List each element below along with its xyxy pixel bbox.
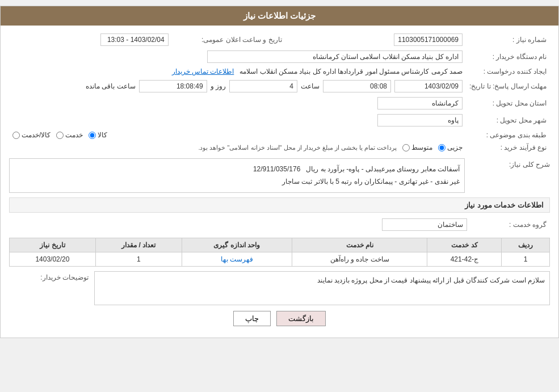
radio-motevaset[interactable] <box>402 144 410 151</box>
tarikhPasokh-box: 1403/02/09 <box>394 80 463 92</box>
radio-group-tabaqe: کالا/خدمت خدمت کالا <box>12 131 463 139</box>
cell-namKhadamat: ساخت جاده و راه‌آهن <box>292 252 427 267</box>
radio-jozi-label: جزیی <box>447 144 463 151</box>
page-wrapper: جزئیات اطلاعات نیاز شماره نیاز : 1103005… <box>0 6 559 338</box>
ijadKonande-value: صمد کرمی کارشناس مسئول امور قراردادها اد… <box>9 65 466 78</box>
farayand-container: متوسط جزیی پرداخت تمام یا بخشی از مبلغ خ… <box>12 144 463 151</box>
khadamat-section-title: اطلاعات خدمات مورد نیاز <box>9 197 550 213</box>
radio-khadamat[interactable] <box>56 132 64 139</box>
groupeKhadamat-value: ساختمان <box>9 216 470 233</box>
shomareNiaz-value: 1103005171000069 <box>302 31 466 48</box>
tosihKharidar-box: سلازم است شرکت کنندگان قبل از ارائه پیشن… <box>94 271 550 305</box>
saat-remaining-box: 18:08:49 <box>139 80 207 92</box>
cell-radif: 1 <box>502 252 550 267</box>
radio-khadamat-label: خدمت <box>65 131 83 139</box>
saat-label: ساعت <box>301 82 320 90</box>
page-title: جزئیات اطلاعات نیاز <box>243 11 316 20</box>
tarikhElan-value: 1403/02/04 - 13:03 <box>9 31 172 48</box>
radio-kala-item: کالا <box>89 131 107 139</box>
ijadKonande-label: ایجاد کننده درخواست : <box>466 65 550 78</box>
radio-motevaset-item: متوسط <box>402 144 432 151</box>
tabaqebandi-radios: کالا/خدمت خدمت کالا <box>9 129 466 141</box>
tarikhErsalPasokh-label: مهلت ارسال پاسخ: تا تاریخ: <box>466 78 550 95</box>
ijadKonande-text: صمد کرمی کارشناس مسئول امور قراردادها اد… <box>239 68 463 75</box>
saatPasokh-box: 08:08 <box>323 80 391 92</box>
rooz-box: 4 <box>229 80 297 92</box>
shomareNiaz-box: 1103005171000069 <box>394 33 463 46</box>
groupeKhadamat-label: گروه خدمت : <box>470 216 550 233</box>
sharhKoli-line2: غیر نقدی - غیر تهاتری - پیمانکاران راه ر… <box>282 178 460 186</box>
tamas-link[interactable]: اطلاعات تماس خریدار <box>172 68 234 75</box>
radio-jozi[interactable] <box>438 144 445 151</box>
radio-group-farayand: متوسط جزیی <box>402 144 463 151</box>
farayand-note: پرداخت تمام یا بخشی از مبلغ خریدار از مح… <box>198 144 397 151</box>
tabaqebandi-label: طبقه بندی موضوعی : <box>466 129 550 141</box>
radio-kalaKhadamat-item: کالا/خدمت <box>12 131 51 139</box>
col-kodKhadamat: کد خدمت <box>427 238 502 252</box>
cell-tarikh: 1403/02/20 <box>10 252 96 267</box>
page-header: جزئیات اطلاعات نیاز <box>1 6 558 26</box>
rooz-label: روز و <box>211 82 226 90</box>
cell-kodKhadamat: ج-42-421 <box>427 252 502 267</box>
radio-kalaKhadamat[interactable] <box>12 132 20 139</box>
ostan-label: استان محل تحویل : <box>466 95 550 112</box>
farayand-row: متوسط جزیی پرداخت تمام یا بخشی از مبلغ خ… <box>9 141 466 154</box>
sharhKoli-row: شرح کلی نیاز: آسفالت معابر روستای میرعیب… <box>9 158 550 193</box>
tosihKharidar-label: توضیحات خریدار: <box>9 271 89 281</box>
tarikhElan-label: تاریخ و ساعت اعلان عمومی: <box>172 31 285 48</box>
namDastgah-box: اداره کل بنیاد مسکن انقلاب اسلامی استان … <box>207 50 463 63</box>
content-area: شماره نیاز : 1103005171000069 تاریخ و سا… <box>1 26 558 338</box>
farayand-label: نوع فرآیند خرید : <box>466 141 550 154</box>
radio-khadamat-item: خدمت <box>56 131 83 139</box>
shahr-value: پاوه <box>9 112 466 129</box>
radio-kala[interactable] <box>89 132 96 139</box>
radio-jozi-item: جزیی <box>438 144 463 151</box>
services-table-body: 1 ج-42-421 ساخت جاده و راه‌آهن فهرست بها… <box>10 252 550 267</box>
cell-vahed[interactable]: فهرست بها <box>182 252 292 267</box>
radio-motevaset-label: متوسط <box>411 144 432 151</box>
table-row: 1 ج-42-421 ساخت جاده و راه‌آهن فهرست بها… <box>10 252 550 267</box>
col-vahed: واحد اندازه گیری <box>182 238 292 252</box>
tosihKharidar-row: سلازم است شرکت کنندگان قبل از ارائه پیشن… <box>9 271 550 305</box>
namDastgah-value: اداره کل بنیاد مسکن انقلاب اسلامی استان … <box>9 48 466 65</box>
col-tarikh: تاریخ نیاز <box>10 238 96 252</box>
basic-info-table: شماره نیاز : 1103005171000069 تاریخ و سا… <box>9 31 550 154</box>
tarikhErsalPasokh-row: 1403/02/09 08:08 ساعت 4 روز و 18:08:49 س… <box>9 78 466 95</box>
col-tedad: تعداد / مقدار <box>95 238 182 252</box>
print-button[interactable]: چاپ <box>233 311 271 326</box>
radio-kala-label: کالا <box>98 131 107 139</box>
shahr-box: پاوه <box>377 114 463 127</box>
col-namKhadamat: نام خدمت <box>292 238 427 252</box>
sharhKoli-label: شرح کلی نیاز: <box>470 158 550 168</box>
cell-tedad: 1 <box>95 252 182 267</box>
radio-kalaKhadamat-label: کالا/خدمت <box>22 131 51 139</box>
ostan-box: کرمانشاه <box>377 97 463 109</box>
services-table-head: ردیف کد خدمت نام خدمت واحد اندازه گیری ت… <box>10 238 550 252</box>
khadamat-info-table: گروه خدمت : ساختمان <box>9 216 550 233</box>
back-button[interactable]: بازگشت <box>276 311 326 326</box>
ostan-value: کرمانشاه <box>9 95 466 112</box>
tosihKharidar-text: سلازم است شرکت کنندگان قبل از ارائه پیشن… <box>317 276 545 284</box>
shahr-label: شهر محل تحویل : <box>466 112 550 129</box>
remaining-label: ساعت باقی مانده <box>86 82 136 90</box>
tarikhElan-box: 1403/02/04 - 13:03 <box>100 33 169 46</box>
sharhKoli-line1: آسفالت معابر روستای میرعیبدلی - پاوه- بر… <box>253 165 460 173</box>
services-table: ردیف کد خدمت نام خدمت واحد اندازه گیری ت… <box>9 238 550 267</box>
namDastgah-label: نام دستگاه خریدار : <box>466 48 550 65</box>
col-radif: ردیف <box>502 238 550 252</box>
date-time-container: 1403/02/09 08:08 ساعت 4 روز و 18:08:49 س… <box>12 80 463 92</box>
sharhKoli-box: آسفالت معابر روستای میرعیبدلی - پاوه- بر… <box>9 158 465 193</box>
shomareNiaz-label: شماره نیاز : <box>466 31 550 48</box>
groupeKhadamat-box: ساختمان <box>382 218 467 231</box>
bottom-buttons: بازگشت چاپ <box>9 305 550 332</box>
